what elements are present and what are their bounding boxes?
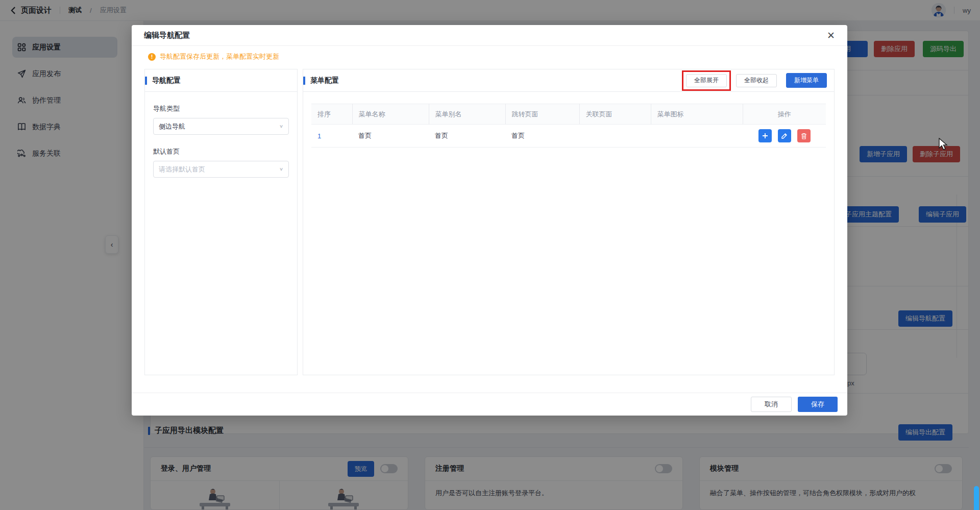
table-header-row: 排序 菜单名称 菜单别名 跳转页面 关联页面 菜单图标 操作 [311,104,826,125]
table-row: 1 首页 首页 首页 [311,125,826,148]
delete-menu-button[interactable] [797,129,811,142]
edit-menu-button[interactable] [778,129,791,142]
screen: 页面设计 测试 / 应用设置 wy 应用设置 [0,0,980,510]
col-sort: 排序 [311,104,352,125]
chevron-down-icon: ∨ [279,166,283,172]
collapse-all-button[interactable]: 全部收起 [736,74,777,87]
default-home-placeholder: 请选择默认首页 [159,165,205,174]
row-menu-icon [651,125,743,148]
row-actions [749,129,820,142]
menu-config-title: 菜单配置 [310,76,339,85]
scrollbar-thumb[interactable] [974,486,979,510]
panel-accent-bar [145,77,147,85]
expand-all-button[interactable]: 全部展开 [686,74,727,87]
modal-body: 导航配置 导航类型 侧边导航 ∨ 默认首页 请选择默认首页 ∨ [144,69,835,375]
edit-icon [781,133,788,139]
alert-text: 导航配置保存后更新，菜单配置实时更新 [160,52,279,61]
modal-title: 编辑导航配置 [144,31,190,40]
warning-icon: ! [148,53,156,61]
nav-config-panel-header: 导航配置 [145,69,297,92]
row-jump-page: 首页 [505,125,579,148]
save-button[interactable]: 保存 [798,397,838,412]
close-icon[interactable]: ✕ [827,31,835,40]
nav-config-alert: ! 导航配置保存后更新，菜单配置实时更新 [148,52,847,61]
add-menu-button[interactable]: 新增菜单 [786,73,827,88]
row-sort-value[interactable]: 1 [317,132,321,140]
modal-footer: 取消 保存 [132,393,847,416]
col-related-page: 关联页面 [579,104,651,125]
trash-icon [801,133,807,139]
modal-header: 编辑导航配置 ✕ [132,25,847,46]
default-home-select[interactable]: 请选择默认首页 ∨ [153,161,289,178]
row-related-page [579,125,651,148]
col-menu-name: 菜单名称 [352,104,429,125]
menu-config-panel: 菜单配置 全部展开 全部收起 新增菜单 [303,69,835,375]
col-jump-page: 跳转页面 [505,104,579,125]
col-menu-icon: 菜单图标 [651,104,743,125]
plus-icon [762,133,768,139]
menu-table: 排序 菜单名称 菜单别名 跳转页面 关联页面 菜单图标 操作 1 首页 [311,104,826,148]
menu-config-panel-header: 菜单配置 全部展开 全部收起 新增菜单 [303,69,834,92]
row-menu-name: 首页 [352,125,429,148]
nav-config-title: 导航配置 [152,76,181,85]
edit-nav-config-modal: 编辑导航配置 ✕ ! 导航配置保存后更新，菜单配置实时更新 导航配置 导航类型 [132,25,847,416]
add-child-menu-button[interactable] [758,129,772,142]
default-home-label: 默认首页 [153,147,289,156]
col-actions: 操作 [743,104,826,125]
col-menu-alias: 菜单别名 [429,104,505,125]
cancel-button[interactable]: 取消 [751,397,792,412]
expand-all-annotation-box: 全部展开 [682,70,731,91]
row-menu-alias: 首页 [429,125,505,148]
chevron-down-icon: ∨ [279,124,283,129]
nav-config-panel: 导航配置 导航类型 侧边导航 ∨ 默认首页 请选择默认首页 ∨ [144,69,298,375]
nav-type-label: 导航类型 [153,104,289,113]
nav-type-select[interactable]: 侧边导航 ∨ [153,118,289,135]
nav-type-value: 侧边导航 [159,122,185,131]
panel-accent-bar [303,77,305,85]
mouse-cursor-icon [938,138,949,151]
